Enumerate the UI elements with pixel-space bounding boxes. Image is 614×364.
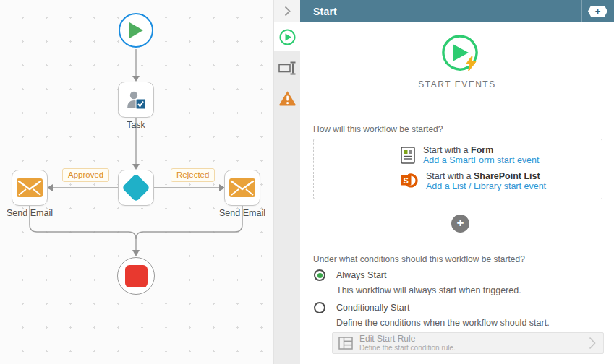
send-email-node-left[interactable] (12, 170, 48, 206)
panel-content: Start + START EVENTS How will this workf… (300, 0, 614, 364)
email-icon (17, 178, 43, 197)
play-icon (128, 22, 144, 39)
decision-diamond-icon (121, 173, 150, 202)
sharepoint-option-title: Start with a SharePoint List (426, 171, 546, 181)
start-event-options: Start with a Form Add a SmartForm start … (313, 139, 602, 199)
sharepoint-icon: S (401, 173, 418, 188)
lightning-icon (466, 56, 476, 72)
workflow-canvas[interactable]: Task Approved Rejected Send Email Send E… (0, 0, 273, 364)
add-start-event-button[interactable]: + (451, 214, 469, 233)
tab-warnings[interactable] (274, 84, 300, 112)
collapse-panel-button[interactable] (274, 0, 300, 22)
branch-label-approved: Approved (62, 168, 109, 182)
add-smartform-link[interactable]: Add a SmartForm start event (423, 155, 539, 166)
decision-node[interactable] (118, 170, 154, 206)
start-with-sharepoint-option: S Start with a SharePoint List Add a Lis… (401, 171, 602, 196)
email-icon (229, 178, 255, 197)
always-start-description: This workflow will always start when tri… (336, 285, 521, 295)
task-node-label: Task (100, 120, 172, 130)
end-node[interactable] (117, 257, 155, 295)
svg-text:S: S (404, 176, 409, 185)
start-node[interactable] (119, 13, 153, 48)
radio-always-start[interactable] (314, 269, 325, 281)
start-events-heading: START EVENTS (300, 79, 614, 90)
panel-header: Start + (300, 0, 614, 22)
send-email-left-label: Send Email (0, 208, 66, 218)
question-conditions: Under what conditions should this workfl… (313, 254, 525, 264)
rule-table-icon (338, 336, 353, 350)
add-step-button[interactable]: + (588, 6, 607, 17)
edit-rule-title: Edit Start Rule (359, 334, 582, 344)
start-events-icon (438, 34, 479, 79)
start-with-form-option: Start with a Form Add a SmartForm start … (401, 145, 602, 170)
send-email-right-label: Send Email (206, 208, 278, 218)
chevron-right-icon (284, 6, 291, 17)
edit-start-rule-button[interactable]: Edit Start Rule Define the start conditi… (332, 332, 604, 354)
header-divider (581, 0, 582, 22)
panel-title: Start (313, 6, 581, 17)
panel-tabstrip (273, 0, 300, 364)
tab-start-events[interactable] (274, 22, 300, 51)
properties-panel: Start + START EVENTS How will this workf… (273, 0, 614, 364)
workflow-designer: Task Approved Rejected Send Email Send E… (0, 0, 614, 364)
task-node[interactable] (118, 82, 154, 118)
branch-label-rejected: Rejected (171, 168, 215, 182)
warning-icon (278, 90, 297, 106)
smartform-icon (401, 147, 415, 164)
conditionally-start-description: Define the conditions when the workflow … (336, 318, 550, 328)
conditionally-start-label[interactable]: Conditionally Start (336, 303, 409, 313)
add-list-library-link[interactable]: Add a List / Library start event (426, 181, 546, 192)
chevron-right-icon (589, 337, 596, 350)
form-option-title: Start with a Form (423, 145, 539, 155)
radio-conditionally-start[interactable] (314, 302, 325, 313)
edit-rule-subtitle: Define the start condition rule. (359, 344, 582, 352)
edit-rule-texts: Edit Start Rule Define the start conditi… (359, 334, 582, 352)
stop-icon (125, 265, 148, 287)
tab-rename[interactable] (274, 54, 300, 82)
question-how-started: How will this workflow be started? (313, 124, 443, 134)
play-circle-icon (279, 29, 296, 46)
send-email-node-right[interactable] (224, 170, 260, 206)
always-start-label[interactable]: Always Start (336, 270, 386, 280)
rename-icon (278, 61, 297, 75)
user-task-icon (125, 90, 147, 110)
